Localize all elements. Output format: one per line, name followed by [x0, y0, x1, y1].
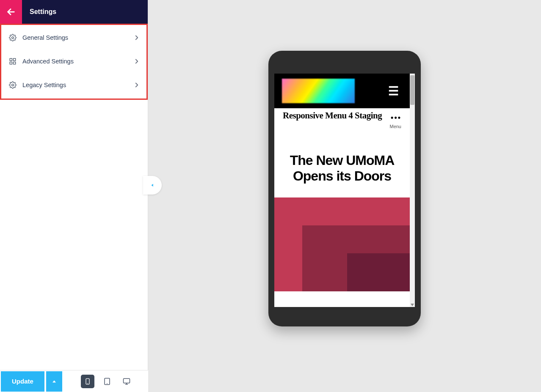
- hamburger-menu-button[interactable]: ☰: [382, 79, 405, 102]
- svg-rect-3: [14, 58, 16, 60]
- settings-sidebar: Settings General Settings Advanced Setti…: [0, 0, 148, 392]
- update-dropdown-button[interactable]: [46, 371, 62, 392]
- update-button-label: Update: [12, 378, 33, 385]
- svg-rect-12: [123, 378, 130, 383]
- desktop-icon: [122, 378, 131, 385]
- settings-list: General Settings Advanced Settings Legac…: [0, 24, 148, 100]
- preview-site-title[interactable]: Responsive Menu 4 Staging: [283, 111, 382, 120]
- sidebar-header: Settings: [0, 0, 148, 24]
- dots-icon: •••: [389, 113, 401, 122]
- chevron-right-icon: [133, 81, 141, 89]
- gear-icon: [9, 34, 17, 41]
- device-desktop-button[interactable]: [120, 375, 133, 388]
- svg-point-6: [12, 84, 14, 86]
- site-logo[interactable]: [282, 79, 355, 103]
- secondary-menu-button[interactable]: ••• Menu: [389, 111, 401, 129]
- secondary-menu-label: Menu: [389, 124, 401, 129]
- update-button[interactable]: Update: [1, 371, 44, 392]
- svg-rect-2: [10, 58, 12, 60]
- chevron-right-icon: [133, 58, 141, 65]
- tablet-icon: [103, 377, 111, 386]
- caret-up-icon: [52, 379, 57, 384]
- sidebar-title: Settings: [22, 8, 56, 16]
- svg-point-1: [12, 37, 14, 39]
- grid-icon: [9, 58, 17, 65]
- gear-icon: [9, 81, 17, 89]
- arrow-left-icon: [6, 7, 16, 16]
- settings-item-general[interactable]: General Settings: [1, 26, 146, 49]
- svg-rect-4: [10, 62, 12, 64]
- chevron-right-icon: [133, 34, 141, 41]
- settings-item-label: Legacy Settings: [22, 82, 133, 88]
- settings-item-label: Advanced Settings: [22, 58, 133, 65]
- settings-item-legacy[interactable]: Legacy Settings: [1, 73, 146, 97]
- device-tablet-button[interactable]: [100, 375, 114, 388]
- preview-site-header: ☰: [274, 74, 410, 108]
- device-mobile-button[interactable]: [81, 375, 94, 388]
- sidebar-footer: Update: [0, 370, 148, 392]
- hamburger-icon: ☰: [388, 84, 399, 98]
- preview-scrollbar[interactable]: [410, 74, 415, 307]
- settings-item-label: General Settings: [22, 34, 133, 41]
- phone-frame: ☰ Responsive Menu 4 Staging ••• Menu The…: [268, 51, 421, 326]
- preview-subheader: Responsive Menu 4 Staging ••• Menu: [274, 108, 410, 129]
- back-button[interactable]: [0, 0, 22, 24]
- svg-marker-7: [52, 380, 56, 382]
- preview-hero-title: The New UMoMA Opens its Doors: [274, 129, 410, 197]
- device-switcher: [81, 375, 133, 388]
- preview-canvas: ☰ Responsive Menu 4 Staging ••• Menu The…: [148, 0, 541, 392]
- settings-item-advanced[interactable]: Advanced Settings: [1, 49, 146, 73]
- preview-hero-image: [274, 197, 410, 291]
- phone-screen[interactable]: ☰ Responsive Menu 4 Staging ••• Menu The…: [274, 74, 415, 307]
- svg-rect-5: [14, 62, 16, 64]
- mobile-icon: [84, 377, 91, 386]
